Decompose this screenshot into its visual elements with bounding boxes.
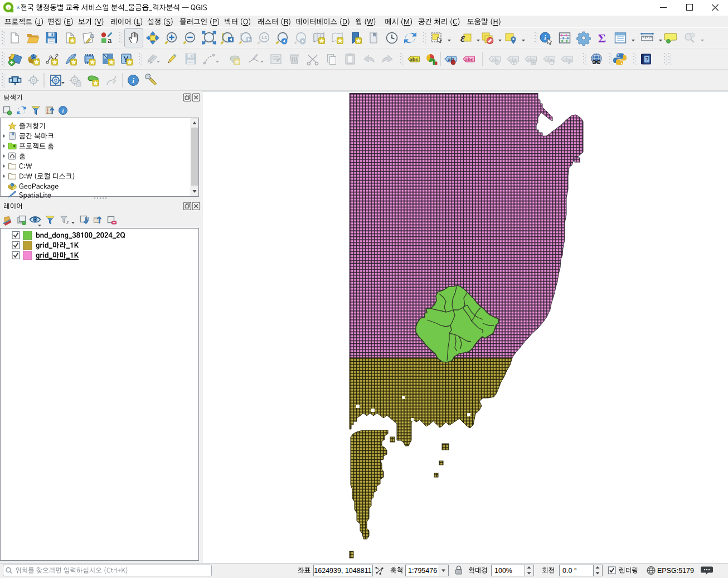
svg-text:0.0 °: 0.0 ° [562, 567, 577, 575]
svg-text:1624939, 1048811: 1624939, 1048811 [314, 567, 371, 575]
svg-text:i: i [62, 108, 64, 114]
svg-text:EPSG:5179: EPSG:5179 [657, 567, 694, 575]
svg-text:100%: 100% [494, 567, 512, 575]
svg-text:i: i [132, 76, 134, 85]
svg-text:?: ? [645, 56, 648, 62]
svg-text:Σ: Σ [598, 31, 606, 45]
svg-text:abc: abc [410, 57, 419, 62]
svg-text:abc: abc [545, 57, 554, 62]
svg-text:1:1: 1:1 [261, 36, 267, 40]
svg-text:a: a [108, 36, 112, 45]
svg-text:ε: ε [460, 32, 465, 44]
svg-text:1:795476: 1:795476 [408, 567, 437, 575]
svg-text:abc: abc [465, 57, 474, 62]
svg-text:ε: ε [66, 218, 69, 225]
